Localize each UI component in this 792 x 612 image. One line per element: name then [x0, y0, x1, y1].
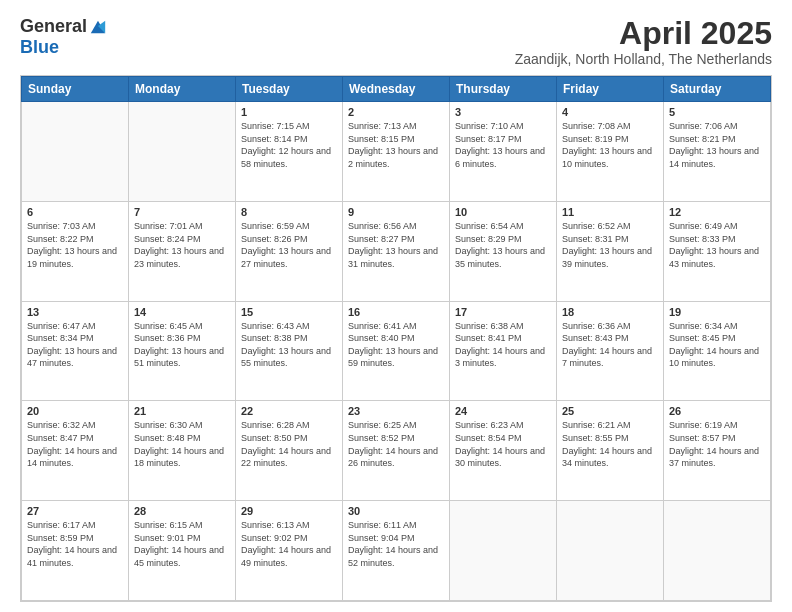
- day-info: Sunrise: 6:23 AM Sunset: 8:54 PM Dayligh…: [455, 419, 551, 469]
- calendar-cell: 28Sunrise: 6:15 AM Sunset: 9:01 PM Dayli…: [129, 501, 236, 601]
- day-number: 22: [241, 405, 337, 417]
- day-info: Sunrise: 6:38 AM Sunset: 8:41 PM Dayligh…: [455, 320, 551, 370]
- col-thursday: Thursday: [450, 77, 557, 102]
- day-info: Sunrise: 6:19 AM Sunset: 8:57 PM Dayligh…: [669, 419, 765, 469]
- day-info: Sunrise: 7:06 AM Sunset: 8:21 PM Dayligh…: [669, 120, 765, 170]
- page: General Blue April 2025 Zaandijk, North …: [0, 0, 792, 612]
- calendar-cell: 2Sunrise: 7:13 AM Sunset: 8:15 PM Daylig…: [343, 102, 450, 202]
- day-info: Sunrise: 7:03 AM Sunset: 8:22 PM Dayligh…: [27, 220, 123, 270]
- day-info: Sunrise: 6:54 AM Sunset: 8:29 PM Dayligh…: [455, 220, 551, 270]
- col-sunday: Sunday: [22, 77, 129, 102]
- day-info: Sunrise: 7:15 AM Sunset: 8:14 PM Dayligh…: [241, 120, 337, 170]
- calendar-cell: [22, 102, 129, 202]
- calendar-cell: 21Sunrise: 6:30 AM Sunset: 8:48 PM Dayli…: [129, 401, 236, 501]
- day-info: Sunrise: 6:28 AM Sunset: 8:50 PM Dayligh…: [241, 419, 337, 469]
- day-info: Sunrise: 6:25 AM Sunset: 8:52 PM Dayligh…: [348, 419, 444, 469]
- week-row-3: 13Sunrise: 6:47 AM Sunset: 8:34 PM Dayli…: [22, 301, 771, 401]
- day-info: Sunrise: 7:01 AM Sunset: 8:24 PM Dayligh…: [134, 220, 230, 270]
- col-monday: Monday: [129, 77, 236, 102]
- day-number: 9: [348, 206, 444, 218]
- day-info: Sunrise: 6:34 AM Sunset: 8:45 PM Dayligh…: [669, 320, 765, 370]
- logo-blue-text: Blue: [20, 37, 59, 58]
- col-wednesday: Wednesday: [343, 77, 450, 102]
- day-info: Sunrise: 6:15 AM Sunset: 9:01 PM Dayligh…: [134, 519, 230, 569]
- day-number: 26: [669, 405, 765, 417]
- day-info: Sunrise: 7:13 AM Sunset: 8:15 PM Dayligh…: [348, 120, 444, 170]
- day-number: 19: [669, 306, 765, 318]
- day-number: 1: [241, 106, 337, 118]
- col-tuesday: Tuesday: [236, 77, 343, 102]
- day-number: 8: [241, 206, 337, 218]
- calendar-cell: 23Sunrise: 6:25 AM Sunset: 8:52 PM Dayli…: [343, 401, 450, 501]
- logo-icon: [89, 18, 107, 36]
- title-section: April 2025 Zaandijk, North Holland, The …: [515, 16, 772, 67]
- calendar-cell: [557, 501, 664, 601]
- calendar-cell: 26Sunrise: 6:19 AM Sunset: 8:57 PM Dayli…: [664, 401, 771, 501]
- calendar-cell: 8Sunrise: 6:59 AM Sunset: 8:26 PM Daylig…: [236, 201, 343, 301]
- day-number: 4: [562, 106, 658, 118]
- calendar-header-row: Sunday Monday Tuesday Wednesday Thursday…: [22, 77, 771, 102]
- day-info: Sunrise: 6:49 AM Sunset: 8:33 PM Dayligh…: [669, 220, 765, 270]
- calendar-cell: 1Sunrise: 7:15 AM Sunset: 8:14 PM Daylig…: [236, 102, 343, 202]
- day-number: 17: [455, 306, 551, 318]
- day-number: 11: [562, 206, 658, 218]
- calendar-cell: 24Sunrise: 6:23 AM Sunset: 8:54 PM Dayli…: [450, 401, 557, 501]
- day-info: Sunrise: 6:59 AM Sunset: 8:26 PM Dayligh…: [241, 220, 337, 270]
- calendar-cell: 19Sunrise: 6:34 AM Sunset: 8:45 PM Dayli…: [664, 301, 771, 401]
- calendar-cell: 25Sunrise: 6:21 AM Sunset: 8:55 PM Dayli…: [557, 401, 664, 501]
- day-info: Sunrise: 6:21 AM Sunset: 8:55 PM Dayligh…: [562, 419, 658, 469]
- day-info: Sunrise: 6:43 AM Sunset: 8:38 PM Dayligh…: [241, 320, 337, 370]
- day-info: Sunrise: 6:36 AM Sunset: 8:43 PM Dayligh…: [562, 320, 658, 370]
- day-number: 27: [27, 505, 123, 517]
- calendar-cell: [450, 501, 557, 601]
- calendar-cell: 5Sunrise: 7:06 AM Sunset: 8:21 PM Daylig…: [664, 102, 771, 202]
- day-number: 18: [562, 306, 658, 318]
- calendar-cell: 4Sunrise: 7:08 AM Sunset: 8:19 PM Daylig…: [557, 102, 664, 202]
- day-info: Sunrise: 6:32 AM Sunset: 8:47 PM Dayligh…: [27, 419, 123, 469]
- calendar-cell: 16Sunrise: 6:41 AM Sunset: 8:40 PM Dayli…: [343, 301, 450, 401]
- week-row-5: 27Sunrise: 6:17 AM Sunset: 8:59 PM Dayli…: [22, 501, 771, 601]
- day-number: 2: [348, 106, 444, 118]
- logo: General Blue: [20, 16, 107, 58]
- day-info: Sunrise: 6:52 AM Sunset: 8:31 PM Dayligh…: [562, 220, 658, 270]
- day-number: 5: [669, 106, 765, 118]
- subtitle: Zaandijk, North Holland, The Netherlands: [515, 51, 772, 67]
- day-number: 6: [27, 206, 123, 218]
- calendar-cell: 29Sunrise: 6:13 AM Sunset: 9:02 PM Dayli…: [236, 501, 343, 601]
- main-title: April 2025: [515, 16, 772, 51]
- day-info: Sunrise: 6:17 AM Sunset: 8:59 PM Dayligh…: [27, 519, 123, 569]
- calendar-cell: 17Sunrise: 6:38 AM Sunset: 8:41 PM Dayli…: [450, 301, 557, 401]
- calendar-cell: 22Sunrise: 6:28 AM Sunset: 8:50 PM Dayli…: [236, 401, 343, 501]
- col-friday: Friday: [557, 77, 664, 102]
- calendar-cell: 7Sunrise: 7:01 AM Sunset: 8:24 PM Daylig…: [129, 201, 236, 301]
- day-number: 14: [134, 306, 230, 318]
- day-number: 28: [134, 505, 230, 517]
- day-info: Sunrise: 7:10 AM Sunset: 8:17 PM Dayligh…: [455, 120, 551, 170]
- calendar-cell: 13Sunrise: 6:47 AM Sunset: 8:34 PM Dayli…: [22, 301, 129, 401]
- calendar-cell: 3Sunrise: 7:10 AM Sunset: 8:17 PM Daylig…: [450, 102, 557, 202]
- day-info: Sunrise: 6:41 AM Sunset: 8:40 PM Dayligh…: [348, 320, 444, 370]
- calendar-cell: 9Sunrise: 6:56 AM Sunset: 8:27 PM Daylig…: [343, 201, 450, 301]
- week-row-2: 6Sunrise: 7:03 AM Sunset: 8:22 PM Daylig…: [22, 201, 771, 301]
- day-number: 13: [27, 306, 123, 318]
- day-number: 7: [134, 206, 230, 218]
- day-number: 16: [348, 306, 444, 318]
- day-number: 3: [455, 106, 551, 118]
- logo-general-text: General: [20, 16, 87, 37]
- day-number: 12: [669, 206, 765, 218]
- day-number: 30: [348, 505, 444, 517]
- day-number: 10: [455, 206, 551, 218]
- calendar-cell: 10Sunrise: 6:54 AM Sunset: 8:29 PM Dayli…: [450, 201, 557, 301]
- day-info: Sunrise: 6:11 AM Sunset: 9:04 PM Dayligh…: [348, 519, 444, 569]
- calendar-cell: [664, 501, 771, 601]
- calendar-cell: 18Sunrise: 6:36 AM Sunset: 8:43 PM Dayli…: [557, 301, 664, 401]
- day-number: 25: [562, 405, 658, 417]
- col-saturday: Saturday: [664, 77, 771, 102]
- header: General Blue April 2025 Zaandijk, North …: [20, 16, 772, 67]
- day-info: Sunrise: 6:13 AM Sunset: 9:02 PM Dayligh…: [241, 519, 337, 569]
- calendar-cell: 12Sunrise: 6:49 AM Sunset: 8:33 PM Dayli…: [664, 201, 771, 301]
- calendar: Sunday Monday Tuesday Wednesday Thursday…: [20, 75, 772, 602]
- calendar-cell: 15Sunrise: 6:43 AM Sunset: 8:38 PM Dayli…: [236, 301, 343, 401]
- day-number: 20: [27, 405, 123, 417]
- week-row-4: 20Sunrise: 6:32 AM Sunset: 8:47 PM Dayli…: [22, 401, 771, 501]
